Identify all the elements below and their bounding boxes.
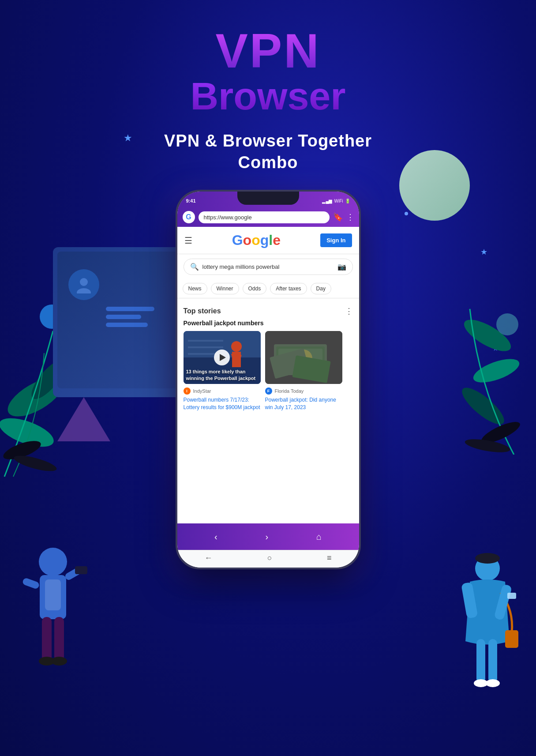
bg-avatar-icon (68, 269, 99, 300)
system-recents-button[interactable]: ≡ (327, 553, 332, 563)
bg-screen-lines (106, 307, 154, 331)
svg-rect-38 (45, 579, 61, 610)
status-icons: ▂▄▆ WiFi 🔋 (322, 199, 350, 203)
subtitle-line2: Combo (0, 152, 536, 173)
news-headline-right[interactable]: Powerball jackpot: Did anyone win July 1… (265, 396, 342, 411)
florida-today-icon: F (265, 387, 272, 395)
video-text-overlay: 13 things more likely than winning the P… (186, 369, 258, 381)
filter-chips: News Winner Odds After taxes Day (177, 279, 359, 298)
app-header: VPN Browser VPN & Browser Together Combo (0, 26, 536, 174)
svg-rect-45 (476, 639, 485, 683)
battery-icon: 🔋 (345, 199, 350, 203)
news-cards: 13 things more likely than winning the P… (184, 331, 353, 411)
google-logo: Google (232, 232, 281, 248)
svg-rect-35 (54, 617, 64, 661)
search-input-row[interactable]: 🔍 lottery mega millions powerbal 📷 (184, 259, 353, 275)
url-input-field[interactable]: https://www.google (199, 211, 330, 223)
chip-news[interactable]: News (183, 283, 207, 294)
phone-notch (237, 192, 299, 205)
powerball-heading: Powerball jackpot numbers (184, 320, 353, 327)
forward-nav-button[interactable]: › (265, 532, 268, 542)
deco-dot-2 (405, 212, 408, 215)
system-home-button[interactable]: ○ (267, 553, 272, 563)
stories-title: Top stories (184, 307, 221, 315)
vpn-title: VPN (0, 26, 536, 75)
svg-point-9 (457, 382, 509, 430)
system-back-button[interactable]: ← (205, 553, 213, 563)
svg-point-0 (80, 278, 88, 286)
deco-star-2: ★ (480, 247, 487, 257)
svg-point-48 (486, 679, 500, 687)
svg-point-37 (51, 657, 67, 666)
svg-rect-34 (42, 617, 52, 661)
source-name-left: IndyStar (193, 388, 211, 394)
news-card-right-image (265, 331, 342, 384)
url-text: https://www.google (204, 214, 252, 221)
svg-rect-33 (75, 566, 87, 574)
svg-point-1 (77, 288, 91, 293)
hamburger-menu-icon[interactable]: ☰ (184, 235, 192, 246)
chip-winner[interactable]: Winner (211, 283, 239, 294)
chip-after-taxes[interactable]: After taxes (270, 283, 307, 294)
app-subtitle: VPN & Browser Together Combo (0, 130, 536, 174)
svg-rect-46 (488, 639, 497, 683)
back-nav-button[interactable]: ‹ (214, 532, 217, 542)
source-row-left: I IndyStar (184, 387, 261, 395)
phone-bottom-nav: ‹ › ⌂ (177, 523, 359, 550)
source-name-right: Florida Today (275, 388, 304, 394)
chip-day[interactable]: Day (311, 283, 331, 294)
camera-search-icon[interactable]: 📷 (337, 263, 346, 271)
svg-rect-16 (188, 346, 223, 348)
search-icon: 🔍 (190, 263, 199, 271)
phone-screen: 9:41 ▂▄▆ WiFi 🔋 G https://www.google 🔖 ⋮… (177, 192, 359, 568)
browser-title: Browser (0, 75, 536, 118)
chip-odds[interactable]: Odds (243, 283, 267, 294)
search-query-text: lottery mega millions powerbal (202, 263, 334, 270)
signal-icon: ▂▄▆ (322, 199, 332, 203)
play-button-overlay[interactable] (214, 350, 230, 365)
subtitle-line1: VPN & Browser Together (0, 130, 536, 152)
stories-header: Top stories ⋮ (184, 306, 353, 316)
indystar-icon: I (184, 387, 191, 395)
bookmark-icon[interactable]: 🔖 (333, 212, 343, 222)
sign-in-button[interactable]: Sign In (320, 233, 352, 247)
status-time: 9:41 (186, 198, 196, 203)
phone-mockup: 9:41 ▂▄▆ WiFi 🔋 G https://www.google 🔖 ⋮… (176, 190, 361, 569)
news-card-right[interactable]: F Florida Today Powerball jackpot: Did a… (265, 331, 342, 411)
svg-point-40 (475, 553, 500, 564)
wifi-icon: WiFi (334, 199, 343, 203)
leaves-right (443, 300, 523, 455)
url-menu-icon[interactable]: ⋮ (346, 212, 354, 222)
google-header: ☰ Google Sign In (177, 227, 359, 254)
play-triangle-icon (220, 354, 226, 361)
phone-frame: 9:41 ▂▄▆ WiFi 🔋 G https://www.google 🔖 ⋮… (176, 190, 361, 569)
home-nav-button[interactable]: ⌂ (316, 532, 322, 542)
news-card-left[interactable]: 13 things more likely than winning the P… (184, 331, 261, 411)
url-bar[interactable]: G https://www.google 🔖 ⋮ (177, 207, 359, 227)
search-bar-area: 🔍 lottery mega millions powerbal 📷 (177, 254, 359, 279)
svg-point-29 (39, 548, 67, 576)
source-row-right: F Florida Today (265, 387, 342, 395)
svg-rect-31 (22, 577, 40, 590)
google-g-icon: G (183, 211, 195, 223)
svg-rect-15 (188, 340, 223, 342)
svg-rect-41 (505, 630, 518, 648)
figure-right (452, 544, 523, 712)
system-nav-bar: ← ○ ≡ (177, 550, 359, 568)
figure-left (13, 535, 93, 703)
svg-rect-44 (507, 593, 516, 599)
news-card-left-image: 13 things more likely than winning the P… (184, 331, 261, 384)
top-stories-section: Top stories ⋮ Powerball jackpot numbers (177, 301, 359, 417)
svg-point-18 (231, 341, 242, 352)
news-headline-left[interactable]: Powerball numbers 7/17/23: Lottery resul… (184, 396, 261, 411)
svg-point-10 (496, 313, 518, 335)
stories-more-icon[interactable]: ⋮ (345, 306, 353, 316)
